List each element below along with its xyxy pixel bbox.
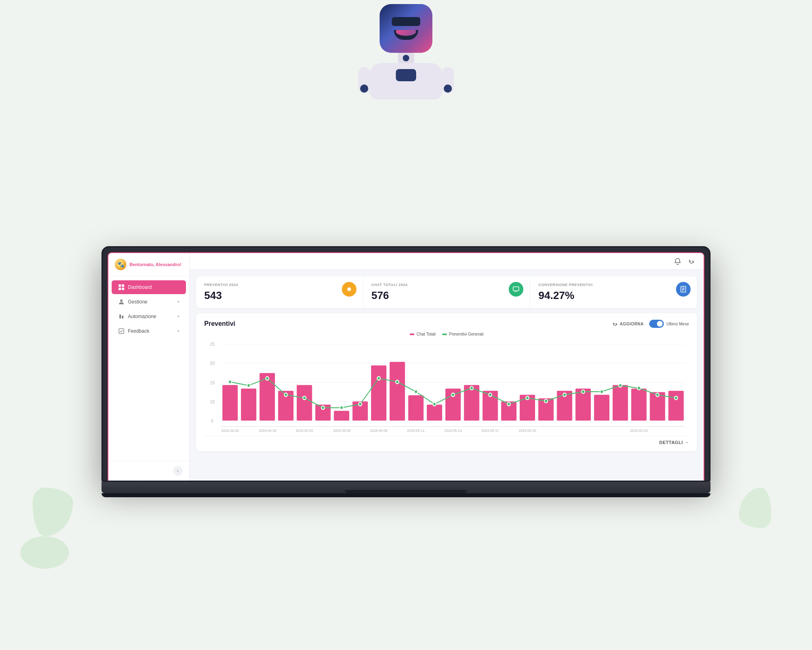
stat-card-conversione: CONVERSIONE PREVENTIVI 94.27% <box>530 276 697 308</box>
robot-arm-left <box>358 67 370 93</box>
svg-point-59 <box>470 386 473 390</box>
svg-text:2024-05-02: 2024-05-02 <box>296 428 313 432</box>
stat-label-chat: CHAT TOTALI 2024 <box>371 283 522 287</box>
stat-value-preventivi: 543 <box>204 289 355 302</box>
automazione-chevron-icon: ▾ <box>177 314 179 318</box>
svg-rect-31 <box>408 395 423 420</box>
chart-section: Preventivi AGGIORNA <box>196 313 697 451</box>
gestione-icon <box>118 299 125 305</box>
svg-rect-25 <box>297 385 312 421</box>
laptop-frame: 🐾 Bentornato, Alessandro! <box>102 246 710 497</box>
dettagli-link[interactable]: DETTAGLI → <box>659 440 689 445</box>
chart-title: Preventivi <box>204 320 235 327</box>
svg-point-62 <box>526 396 529 400</box>
svg-rect-21 <box>222 385 238 421</box>
user-avatar: 🐾 <box>115 259 126 270</box>
gestione-chevron-icon: ▾ <box>177 300 179 304</box>
svg-text:2024-05-05: 2024-05-05 <box>333 428 351 432</box>
svg-point-54 <box>377 377 380 380</box>
svg-rect-9 <box>513 287 519 291</box>
laptop-bottom-stand <box>102 493 710 497</box>
stat-card-chat: CHAT TOTALI 2024 576 <box>363 276 531 308</box>
svg-point-67 <box>619 384 622 387</box>
deco-blob-bottom-left <box>20 536 69 569</box>
legend-dot-preventivi <box>442 334 447 335</box>
sidebar-collapse-button[interactable]: ‹ <box>173 466 183 476</box>
svg-point-64 <box>563 393 566 396</box>
stat-label-preventivi: PREVENTIVI 2024 <box>204 283 355 287</box>
stats-row: PREVENTIVI 2024 543 CHAT <box>196 276 697 308</box>
svg-point-52 <box>340 406 343 410</box>
svg-point-58 <box>451 393 455 396</box>
chart-footer: DETTAGLI → <box>204 436 689 445</box>
deco-blob-right <box>739 488 771 528</box>
feedback-chevron-icon: ▾ <box>177 329 179 333</box>
svg-text:20: 20 <box>210 361 214 366</box>
legend-item-preventivi: Preventivi Generati <box>442 332 484 336</box>
svg-rect-29 <box>371 366 387 421</box>
toggle-label: Ultimo Mese <box>666 322 689 326</box>
sidebar-item-gestione[interactable]: Gestione ▾ <box>112 295 186 309</box>
stat-label-conversione: CONVERSIONE PREVENTIVI <box>538 283 689 287</box>
legend-label-chat: Chat Totali <box>417 332 436 336</box>
chart-refresh-label: AGGIORNA <box>620 322 644 326</box>
sidebar-item-label-automazione: Automazione <box>128 314 174 319</box>
svg-rect-30 <box>390 362 405 421</box>
svg-point-4 <box>120 299 123 302</box>
stat-value-conversione: 94.27% <box>538 289 689 302</box>
svg-text:10: 10 <box>210 399 214 404</box>
svg-text:2024-04-29: 2024-04-29 <box>259 428 276 432</box>
sidebar-collapse: ‹ <box>108 461 189 481</box>
notification-icon[interactable] <box>674 257 682 265</box>
svg-point-69 <box>656 393 659 396</box>
chart-legend: Chat Totali Preventivi Generati <box>204 332 689 336</box>
refresh-icon[interactable] <box>687 257 695 265</box>
welcome-text: Bentornato, Alessandro! <box>130 262 181 267</box>
topbar <box>190 253 704 270</box>
feedback-icon <box>118 328 125 334</box>
svg-rect-27 <box>334 411 349 420</box>
sidebar-item-label-gestione: Gestione <box>128 299 174 305</box>
automazione-icon <box>118 313 125 320</box>
svg-point-56 <box>414 390 417 394</box>
robot-body <box>369 63 443 100</box>
svg-text:2024-05-14: 2024-05-14 <box>444 428 462 432</box>
svg-point-46 <box>229 380 232 384</box>
chart-area: 25 20 15 10 5 <box>204 340 689 433</box>
svg-rect-2 <box>119 288 121 290</box>
svg-point-65 <box>581 390 585 394</box>
robot-arm-right <box>442 67 454 93</box>
svg-rect-45 <box>668 391 684 420</box>
sidebar-item-dashboard[interactable]: Dashboard <box>112 280 186 294</box>
svg-point-60 <box>488 393 492 396</box>
svg-rect-32 <box>427 405 442 420</box>
ultimo-mese-toggle[interactable] <box>649 320 664 328</box>
chart-controls: AGGIORNA Ultimo Mese <box>613 320 689 328</box>
laptop-screen-frame: 🐾 Bentornato, Alessandro! <box>102 246 710 482</box>
topbar-right <box>674 257 695 265</box>
svg-text:2024-04-26: 2024-04-26 <box>221 428 239 432</box>
robot-visor <box>392 17 420 26</box>
robot-chest <box>396 69 416 81</box>
robot-illustration <box>349 0 463 130</box>
svg-point-49 <box>284 393 287 396</box>
sidebar-item-label-feedback: Feedback <box>128 328 174 334</box>
robot-head <box>380 4 432 53</box>
svg-point-47 <box>247 384 250 387</box>
laptop-base <box>102 482 710 493</box>
svg-point-57 <box>433 402 436 406</box>
main-content: PREVENTIVI 2024 543 CHAT <box>190 253 704 481</box>
sidebar-item-feedback[interactable]: Feedback ▾ <box>112 324 186 338</box>
stat-icon-preventivi <box>342 282 356 297</box>
chart-refresh-button[interactable]: AGGIORNA <box>613 321 644 326</box>
svg-point-48 <box>266 377 269 380</box>
svg-point-66 <box>600 390 603 394</box>
svg-rect-42 <box>613 385 628 421</box>
svg-point-68 <box>637 386 641 390</box>
svg-point-63 <box>544 399 548 403</box>
robot-neck <box>398 53 414 63</box>
legend-dot-chat <box>410 334 415 335</box>
sidebar-item-automazione[interactable]: Automazione ▾ <box>112 310 186 323</box>
svg-point-53 <box>358 402 362 406</box>
toggle-container: Ultimo Mese <box>649 320 689 328</box>
